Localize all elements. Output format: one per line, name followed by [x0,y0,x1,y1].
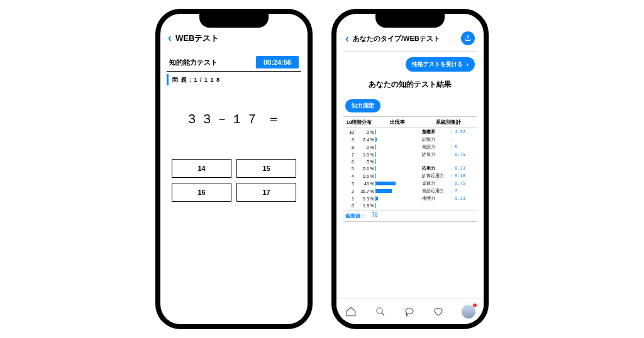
level-cell: 7 [343,153,357,157]
percent-cell: 5.3 % [357,197,375,201]
bar-cell [375,152,419,157]
percent-cell: 0.6 % [357,174,375,178]
percent-cell: 0 % [357,160,375,164]
tab-bar [336,298,484,324]
notch [199,14,269,28]
divider [343,52,477,52]
category-label: 言語力 [419,144,451,150]
header: ‹ WEBテスト [167,31,301,45]
percent-cell: 0 % [357,145,375,150]
percent-cell: 0 % [357,130,375,134]
level-cell: 2 [343,189,357,194]
col-aggregate: 系統別集計 [419,119,477,126]
table-row: 236.7 %言語応用力:7 [343,187,477,195]
bar-cell [375,196,419,201]
share-button[interactable] [461,31,475,45]
chevron-right-icon: › [467,62,469,68]
percent-cell: 1.8 % [357,153,375,157]
test-name: 知的能力テスト [169,58,218,67]
category-label: 記憶力 [419,136,451,143]
table-row: 60 % [343,158,477,165]
col-distribution: 10段階分布 [343,119,375,126]
score-value: 8.75 [455,152,471,157]
level-cell: 10 [343,130,357,134]
level-cell: 0 [343,204,357,208]
bar-cell [375,166,419,171]
category-label: 直観力 [419,180,451,187]
answer-button-4[interactable]: 17 [236,183,296,202]
bar-cell [375,144,419,150]
answer-grid: 14 15 16 17 [167,159,301,202]
answer-button-3[interactable]: 16 [172,183,231,202]
bar-cell [375,129,419,134]
header-title: WEBテスト [175,33,219,44]
percent-cell: 36.7 % [357,189,375,194]
table-row: 92.4 %記憶力: [343,136,477,143]
score-value: 4.92 [455,129,471,134]
score-value: 8.18 [455,173,471,178]
section-badge: 知力測定 [345,99,380,112]
score-value: 9.33 [455,196,471,201]
level-cell: 9 [343,138,357,142]
table-row: 01.8 % [343,202,477,209]
accent-bar [167,74,169,85]
percent-cell: 0.6 % [357,166,375,171]
bar-cell [375,159,419,164]
chat-icon[interactable] [403,305,416,318]
percent-cell: 1.8 % [357,204,375,208]
score-value: 8.33 [455,166,471,171]
table-row: 345 %直観力:8.75 [343,180,477,187]
answer-button-1[interactable]: 14 [172,159,231,178]
bar-cell [375,181,419,186]
level-cell: 5 [343,166,357,171]
back-chevron-icon[interactable]: ‹ [345,32,349,45]
result-title: あなたの知的テスト結果 [343,79,477,90]
category-label: 計算応用力 [419,173,451,179]
home-icon[interactable] [345,305,357,318]
profile-avatar[interactable] [462,305,475,319]
category-label: 基礎系 [419,129,451,135]
divider [167,71,301,72]
svg-point-1 [406,308,413,313]
table-row: 50.6 %応用力:8.33 [343,165,477,172]
level-cell: 3 [343,182,357,186]
table-row: 40.6 %計算応用力:8.18 [343,172,477,180]
category-label: 計算力 [419,151,451,158]
level-cell: 6 [343,160,357,164]
table-row: 80 %言語力:6 [343,143,477,151]
timer-badge: 00:24:56 [256,56,299,68]
level-cell: 8 [343,145,357,150]
bar-cell [375,173,419,178]
table-row: 71.8 %計算力:8.75 [343,151,477,158]
cta-label: 性格テストを受ける [412,60,463,68]
notch [375,14,445,28]
score-value: 6 [455,144,471,150]
table-row: 15.3 %推理力:9.33 [343,195,477,202]
deviation-value: 70 [372,212,378,219]
category-label: 応用力 [419,165,451,172]
data-rows: 100 %基礎系:4.9292.4 %記憶力:80 %言語力:671.8 %計算… [343,128,477,209]
level-cell: 1 [343,197,357,201]
share-icon [464,35,472,42]
category-label: 言語応用力 [419,188,451,194]
back-chevron-icon[interactable]: ‹ [168,31,172,45]
bar-cell [375,203,419,208]
heart-icon[interactable] [432,305,445,318]
search-icon[interactable] [374,305,387,318]
percent-cell: 2.4 % [357,138,375,142]
score-value: 8.75 [455,181,471,186]
answer-button-2[interactable]: 15 [236,159,296,178]
table-header: 10段階分布 出現率 系統別集計 [343,116,477,128]
phone-left: ‹ WEBテスト 知的能力テスト 00:24:56 問 題 : 1 / 1 1 … [155,9,313,329]
deviation-label: 偏差値： [345,212,365,219]
colon: : [451,138,455,142]
header-title: あなたのタイプ/WEBテスト [353,34,440,43]
col-rate: 出現率 [375,119,419,126]
deviation-row: 偏差値： 70 [343,210,477,222]
bar-cell [375,137,419,142]
score-value: 7 [455,188,471,194]
personality-test-button[interactable]: 性格テストを受ける › [406,57,475,72]
level-cell: 4 [343,174,357,178]
subheader: 知的能力テスト 00:24:56 [167,56,301,68]
header: ‹ あなたのタイプ/WEBテスト [343,31,477,45]
